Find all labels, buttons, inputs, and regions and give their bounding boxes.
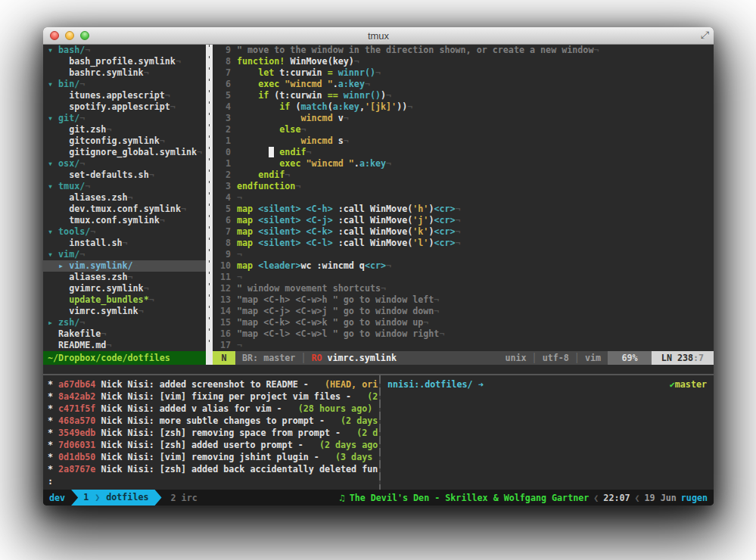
tree-item[interactable]: spotify.applescript¬ bbox=[43, 101, 206, 113]
code-line[interactable]: 0 endif¬ bbox=[213, 147, 714, 158]
line-number: 3 bbox=[213, 113, 231, 124]
statusline-split-segment bbox=[206, 351, 213, 365]
code-line[interactable]: 14"map <C-j> <C-w>j " go to window down¬ bbox=[213, 306, 714, 317]
code-line[interactable]: 6map <silent> <C-j> :call WinMove('j')<c… bbox=[213, 215, 714, 226]
tree-item[interactable]: tmux.conf.symlink¬ bbox=[43, 215, 206, 226]
tree-item[interactable]: ▾ osx/¬ bbox=[43, 158, 206, 170]
tree-item[interactable]: vimrc.symlink¬ bbox=[43, 306, 206, 317]
column-label: :7 bbox=[693, 353, 704, 363]
code-line[interactable]: 2 else¬ bbox=[213, 124, 714, 135]
gitlog-line: * 3549edb Nick Nisi: [zsh] removing spac… bbox=[48, 427, 379, 439]
tree-item[interactable]: bashrc.symlink¬ bbox=[43, 67, 206, 79]
tree-item[interactable]: ▾ git/¬ bbox=[43, 113, 206, 124]
code-line[interactable]: 15"map <C-k> <C-w>k " go to window up¬ bbox=[213, 317, 714, 328]
tree-item[interactable]: ▾ vim/¬ bbox=[43, 249, 206, 260]
close-button[interactable] bbox=[50, 31, 59, 40]
code-line[interactable]: 10map <leader>wc :wincmd q<cr>¬ bbox=[213, 260, 714, 272]
fileformat-label: unix bbox=[505, 351, 526, 365]
gitlog-line: * 468a570 Nick Nisi: more subtle changes… bbox=[48, 415, 379, 427]
code-line[interactable]: 7map <silent> <C-k> :call WinMove('k')<c… bbox=[213, 226, 714, 238]
bottom-panes: * a67db64 Nick Nisi: added screenshot to… bbox=[43, 375, 714, 490]
line-number: 3 bbox=[213, 181, 231, 192]
separator: │ bbox=[574, 351, 580, 365]
tree-item[interactable]: gitignore_global.symlink¬ bbox=[43, 147, 206, 158]
code-line[interactable]: 5 if (t:curwin == winnr())¬ bbox=[213, 90, 714, 101]
tree-item[interactable]: Rakefile¬ bbox=[43, 328, 206, 340]
tree-item[interactable]: update_bundles*¬ bbox=[43, 294, 206, 306]
tree-item[interactable]: bash_profile.symlink¬ bbox=[43, 56, 206, 67]
code-line[interactable]: 17¬ bbox=[213, 340, 714, 351]
nerdtree-pane: ▾ bash/¬ bash_profile.symlink¬ bashrc.sy… bbox=[43, 45, 206, 351]
shell-prompt[interactable]: nnisi:.dotfiles/ ➜ bbox=[387, 378, 484, 390]
minimize-button[interactable] bbox=[65, 31, 74, 40]
chevron-left-icon: ❮ bbox=[593, 493, 599, 503]
code-line[interactable]: 11¬ bbox=[213, 272, 714, 283]
editor-pane[interactable]: 9" move to the window in the direction s… bbox=[213, 45, 714, 351]
gitlog-pane[interactable]: * a67db64 Nick Nisi: added screenshot to… bbox=[43, 375, 379, 490]
code-line[interactable]: 9¬ bbox=[213, 249, 714, 260]
gitlog-line: * c471f5f Nick Nisi: added v alias for v… bbox=[48, 403, 379, 415]
code-line[interactable]: 1 exec "wincmd ".a:key¬ bbox=[213, 158, 714, 170]
chevron-right-icon: ❯ bbox=[95, 490, 100, 506]
line-number: 7 bbox=[213, 67, 231, 79]
shell-git-branch: master bbox=[675, 379, 707, 390]
tmux-window-inactive[interactable]: 2 irc bbox=[171, 493, 198, 503]
code-line[interactable]: 16"map <C-l> <C-w>l " go to window right… bbox=[213, 328, 714, 340]
tree-item[interactable]: ▾ bash/¬ bbox=[43, 45, 206, 56]
tmux-window-active[interactable]: 1 ❯ dotfiles bbox=[71, 490, 161, 506]
vertical-split-handle[interactable] bbox=[206, 45, 213, 351]
tree-item[interactable]: ▸ vim.symlink/¬ bbox=[43, 260, 206, 272]
gitlog-line: * 2a8767e Nick Nisi: [zsh] added back ac… bbox=[48, 463, 379, 475]
tree-item[interactable]: dev.tmux.conf.symlink¬ bbox=[43, 204, 206, 215]
code-line[interactable]: 3endfunction¬ bbox=[213, 181, 714, 192]
terminal-window: tmux ⤢ ▾ bash/¬ bash_profile.symlink¬ ba… bbox=[43, 27, 714, 506]
code-line[interactable]: 5map <silent> <C-h> :call WinMove('h')<c… bbox=[213, 204, 714, 215]
cursor-position: LN 238:7 bbox=[652, 351, 714, 365]
code-line[interactable]: 1 wincmd s¬ bbox=[213, 135, 714, 147]
code-line[interactable]: 6 exec "wincmd ".a:key¬ bbox=[213, 79, 714, 90]
tree-item[interactable]: gvimrc.symlink¬ bbox=[43, 283, 206, 294]
tree-item[interactable]: ▸ zsh/¬ bbox=[43, 317, 206, 328]
line-number: 10 bbox=[213, 260, 231, 272]
tree-item[interactable]: git.zsh¬ bbox=[43, 124, 206, 135]
shell-pane[interactable]: nnisi:.dotfiles/ ➜ ✔master bbox=[381, 375, 714, 490]
window-title: tmux bbox=[368, 30, 389, 42]
code-line[interactable]: 3 wincmd v¬ bbox=[213, 113, 714, 124]
tree-item[interactable]: gitconfig.symlink¬ bbox=[43, 135, 206, 147]
code-line[interactable]: 7 let t:curwin = winnr()¬ bbox=[213, 67, 714, 79]
tree-item[interactable]: set-defaults.sh¬ bbox=[43, 170, 206, 181]
tree-item[interactable]: itunes.applescript¬ bbox=[43, 90, 206, 101]
code-line[interactable]: 12" window movement shortcuts¬ bbox=[213, 283, 714, 294]
line-number: 1 bbox=[213, 135, 231, 147]
code-line[interactable]: 9" move to the window in the direction s… bbox=[213, 45, 714, 56]
tree-item[interactable]: install.sh¬ bbox=[43, 238, 206, 249]
code-line[interactable]: 8function! WinMove(key)¬ bbox=[213, 56, 714, 67]
tree-item[interactable]: ▾ tools/¬ bbox=[43, 226, 206, 238]
tree-item[interactable]: aliases.zsh¬ bbox=[43, 192, 206, 204]
code-line[interactable]: 13"map <C-h> <C-w>h " go to window left¬ bbox=[213, 294, 714, 306]
vim-editor: ▾ bash/¬ bash_profile.symlink¬ bashrc.sy… bbox=[43, 45, 714, 351]
line-number: 4 bbox=[213, 101, 231, 113]
code-line[interactable]: 2 endif¬ bbox=[213, 170, 714, 181]
line-number: 6 bbox=[213, 215, 231, 226]
encoding-label: utf-8 bbox=[543, 351, 569, 365]
gitlog-line: : bbox=[48, 475, 379, 487]
check-icon: ✔ bbox=[670, 379, 675, 390]
tmux-session-name: dev bbox=[49, 493, 65, 503]
now-playing-label: The Devil's Den - Skrillex & Wolfgang Ga… bbox=[350, 493, 590, 503]
tree-item[interactable]: aliases.zsh¬ bbox=[43, 272, 206, 283]
gitlog-line: * a67db64 Nick Nisi: added screenshot to… bbox=[48, 378, 379, 390]
line-number: 9 bbox=[213, 249, 231, 260]
zoom-button[interactable] bbox=[80, 31, 89, 40]
separator: │ bbox=[300, 351, 306, 365]
line-number: 17 bbox=[213, 340, 231, 351]
gitlog-line: * 8a42ab2 Nick Nisi: [vim] fixing per pr… bbox=[48, 390, 379, 403]
tree-item[interactable]: ▾ tmux/¬ bbox=[43, 181, 206, 192]
resize-icon[interactable]: ⤢ bbox=[701, 29, 709, 42]
music-note-icon: ♫ bbox=[340, 493, 345, 503]
code-line[interactable]: 8map <silent> <C-l> :call WinMove('l')<c… bbox=[213, 238, 714, 249]
code-line[interactable]: 4¬ bbox=[213, 192, 714, 204]
code-line[interactable]: 4 if (match(a:key,'[jk]'))¬ bbox=[213, 101, 714, 113]
tree-item[interactable]: ▾ bin/¬ bbox=[43, 79, 206, 90]
tree-item[interactable]: README.md¬ bbox=[43, 340, 206, 351]
